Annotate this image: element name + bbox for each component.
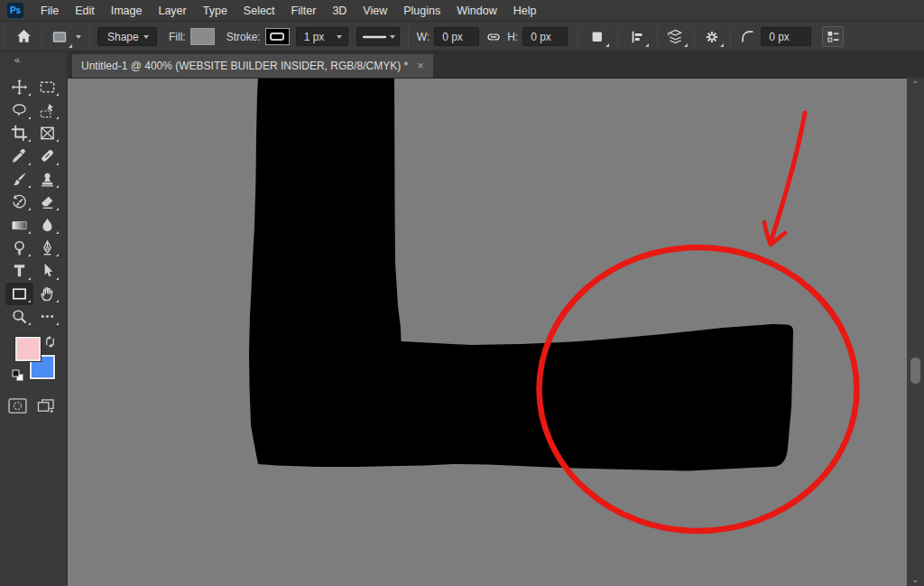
home-icon[interactable] xyxy=(15,28,32,45)
separator xyxy=(694,27,695,47)
stroke-ring-glyph xyxy=(270,33,284,41)
red-arrow-annotation xyxy=(772,113,805,239)
dodge-tool[interactable] xyxy=(5,237,33,259)
spot-healing-brush-tool[interactable] xyxy=(33,144,61,167)
zoom-tool[interactable] xyxy=(5,305,33,328)
menu-3d[interactable]: 3D xyxy=(324,0,355,22)
photoshop-logo-icon[interactable]: Ps xyxy=(7,3,23,18)
brush-tool[interactable] xyxy=(5,168,33,191)
chevron-down-icon xyxy=(143,35,149,39)
stroke-style-dropdown[interactable] xyxy=(356,27,400,46)
separator xyxy=(42,27,42,47)
height-input[interactable]: 0 px xyxy=(522,27,568,46)
canvas-shape xyxy=(249,79,793,471)
clone-stamp-tool[interactable] xyxy=(33,168,61,191)
path-selection-tool[interactable] xyxy=(33,259,61,282)
eyedropper-tool[interactable] xyxy=(5,144,33,167)
height-label: H: xyxy=(507,31,518,43)
height-value: 0 px xyxy=(531,31,551,43)
corner-radius-input[interactable]: 0 px xyxy=(761,27,811,46)
separator xyxy=(408,27,409,47)
object-selection-tool[interactable] xyxy=(33,98,61,121)
more-tools-ellipsis[interactable] xyxy=(33,305,61,328)
close-tab-icon[interactable]: × xyxy=(417,60,424,71)
lasso-tool[interactable] xyxy=(5,98,33,121)
width-label: W: xyxy=(417,31,430,43)
stroke-swatch[interactable] xyxy=(265,28,290,45)
crop-tool[interactable] xyxy=(5,122,33,144)
move-tool[interactable] xyxy=(5,76,33,98)
align-edges-icon[interactable] xyxy=(822,26,844,47)
fill-label: Fill: xyxy=(169,31,186,43)
history-brush-tool[interactable] xyxy=(5,191,33,213)
corner-radius-value: 0 px xyxy=(769,31,790,43)
scroll-down-icon[interactable]: ⌄ xyxy=(907,574,924,584)
foreground-color-swatch[interactable] xyxy=(15,337,41,361)
stroke-width-value: 1 px xyxy=(304,31,325,43)
quick-mask-icon[interactable] xyxy=(8,398,27,417)
menu-image[interactable]: Image xyxy=(103,0,151,22)
default-colors-icon[interactable] xyxy=(12,369,24,386)
chevron-down-icon xyxy=(390,35,395,39)
options-bar-grip[interactable] xyxy=(2,27,8,47)
path-arrangement-icon[interactable] xyxy=(667,28,684,45)
tools-grid xyxy=(0,76,66,328)
scroll-up-icon[interactable]: ⌃ xyxy=(907,79,924,89)
tool-mode-value: Shape xyxy=(107,31,139,43)
rectangle-tool[interactable] xyxy=(5,283,33,305)
path-operations-icon[interactable] xyxy=(589,29,605,45)
tools-panel: « xyxy=(0,51,67,586)
separator xyxy=(578,27,578,47)
collapse-toolbar-button[interactable]: « xyxy=(0,51,66,65)
chevron-down-icon[interactable] xyxy=(76,35,81,39)
menu-filter[interactable]: Filter xyxy=(283,0,325,22)
stroke-label: Stroke: xyxy=(226,31,261,43)
width-value: 0 px xyxy=(442,31,463,43)
menu-view[interactable]: View xyxy=(355,0,395,22)
width-input[interactable]: 0 px xyxy=(434,27,479,46)
type-tool[interactable] xyxy=(5,259,33,282)
menu-help[interactable]: Help xyxy=(505,0,545,22)
scrollbar-thumb[interactable] xyxy=(910,358,920,384)
pen-tool[interactable] xyxy=(33,237,61,259)
color-swatches xyxy=(0,333,67,433)
rectangular-marquee-tool[interactable] xyxy=(33,76,61,98)
menu-layer[interactable]: Layer xyxy=(150,0,194,22)
fill-swatch[interactable] xyxy=(190,28,215,45)
menu-plugins[interactable]: Plugins xyxy=(395,0,448,22)
canvas-surface[interactable] xyxy=(68,78,907,586)
document-tab-title: Untitled-1 @ 400% (WEBSITE BUILDER INSID… xyxy=(81,60,408,72)
menu-edit[interactable]: Edit xyxy=(67,0,103,22)
document-tab[interactable]: Untitled-1 @ 400% (WEBSITE BUILDER INSID… xyxy=(72,54,433,78)
vertical-scrollbar[interactable]: ⌃ ⌄ xyxy=(907,78,924,586)
stroke-width-dropdown[interactable]: 1 px xyxy=(296,27,348,46)
swap-colors-icon[interactable] xyxy=(44,335,56,351)
tool-preset-icon[interactable] xyxy=(51,28,69,46)
menu-file[interactable]: File xyxy=(32,0,67,22)
menu-bar: Ps File Edit Image Layer Type Select Fil… xyxy=(0,0,924,22)
document-tab-bar: Untitled-1 @ 400% (WEBSITE BUILDER INSID… xyxy=(68,51,924,78)
line-style-glyph xyxy=(363,34,386,40)
menu-window[interactable]: Window xyxy=(448,0,504,22)
tool-mode-dropdown[interactable]: Shape xyxy=(97,27,157,46)
menu-select[interactable]: Select xyxy=(236,0,283,22)
separator xyxy=(657,27,658,47)
path-alignment-icon[interactable] xyxy=(629,29,645,45)
hand-tool[interactable] xyxy=(33,283,61,305)
canvas-artwork xyxy=(68,79,907,586)
separator xyxy=(617,27,618,47)
chevron-down-icon xyxy=(337,35,342,39)
eraser-tool[interactable] xyxy=(33,191,61,213)
separator xyxy=(730,27,731,47)
gear-icon[interactable] xyxy=(704,29,720,45)
gradient-tool[interactable] xyxy=(5,213,33,236)
menu-type[interactable]: Type xyxy=(195,0,236,22)
tool-options-bar: Shape Fill: Stroke: 1 px W: 0 px H: 0 px xyxy=(0,23,924,51)
separator xyxy=(89,27,90,47)
frame-tool[interactable] xyxy=(33,122,61,144)
link-dimensions-icon[interactable] xyxy=(485,29,502,45)
screen-mode-icon[interactable] xyxy=(37,398,55,417)
corner-radius-icon xyxy=(740,29,756,45)
blur-tool[interactable] xyxy=(33,213,61,236)
